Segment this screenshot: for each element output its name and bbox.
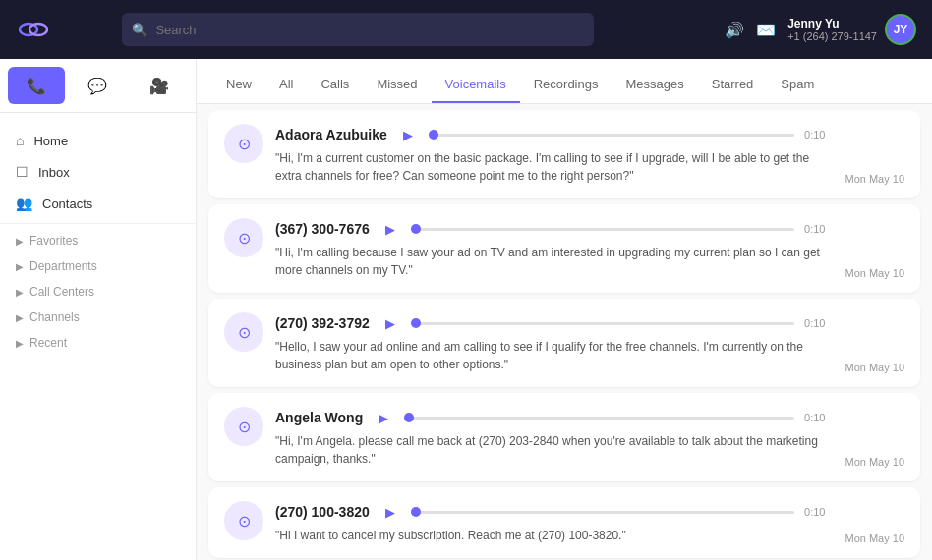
vm-name: Adaora Azubuike (275, 127, 387, 142)
sidebar-group-favorites-label: Favorites (29, 234, 78, 248)
vm-duration: 0:10 (804, 412, 825, 423)
speaker-icon[interactable]: 🔊 (725, 21, 744, 39)
search-icon: 🔍 (132, 23, 147, 37)
logo (16, 12, 51, 47)
sidebar-group-channels[interactable]: ▶ Channels (0, 305, 196, 330)
vm-playhead (411, 224, 421, 234)
tab-calls[interactable]: Calls (307, 67, 363, 103)
vm-progress (411, 322, 794, 325)
vm-playhead (429, 130, 438, 140)
vm-message: "Hi I want to cancel my subscription. Re… (275, 527, 825, 544)
chevron-favorites-icon: ▶ (16, 236, 24, 247)
list-item: ⊙ Angela Wong ▶ 0:10 "Hi, I'm Angela. pl… (208, 393, 920, 481)
sidebar-group-callcenters[interactable]: ▶ Call Centers (0, 279, 196, 305)
vm-message: "Hi, I'm a current customer on the basic… (275, 149, 825, 185)
voicemail-icon: ⊙ (238, 229, 251, 248)
play-button[interactable]: ▶ (397, 124, 419, 145)
inbox-icon: ☐ (16, 164, 29, 180)
list-item: ⊙ (270) 392-3792 ▶ 0:10 "Hello, I saw yo… (208, 299, 920, 387)
messages-icon[interactable]: ✉️ (756, 21, 776, 39)
vm-date: Mon May 10 (845, 267, 904, 279)
tab-messages[interactable]: Messages (612, 67, 697, 103)
list-item: ⊙ Adaora Azubuike ▶ 0:10 "Hi, I'm a curr… (208, 110, 920, 198)
sidebar-item-contacts[interactable]: 👥 Contacts (0, 188, 196, 219)
user-phone: +1 (264) 279-1147 (787, 30, 877, 42)
avatar: ⊙ (224, 312, 263, 352)
vm-body: (270) 392-3792 ▶ 0:10 "Hello, I saw your… (275, 312, 825, 373)
vm-body: (270) 100-3820 ▶ 0:10 "Hi I want to canc… (275, 501, 825, 544)
avatar: ⊙ (224, 407, 263, 446)
vm-name: (367) 300-7676 (275, 221, 370, 237)
vm-duration: 0:10 (804, 223, 825, 235)
vm-body: (367) 300-7676 ▶ 0:10 "Hi, I'm calling b… (275, 218, 825, 279)
sidebar-item-home[interactable]: ⌂ Home (0, 125, 196, 156)
vm-date: Mon May 10 (845, 173, 904, 185)
list-item: ⊙ (367) 300-7676 ▶ 0:10 "Hi, I'm calling (208, 204, 920, 293)
search-input[interactable] (122, 13, 594, 46)
vm-name: (270) 392-3792 (275, 315, 370, 331)
sidebar: 📞 💬 🎥 ⌂ Home ☐ Inbox 👥 Contacts ▶ Favori… (0, 59, 197, 560)
tab-voicemails[interactable]: Voicemails (432, 67, 520, 103)
tab-all[interactable]: All (265, 67, 307, 103)
tab-video[interactable]: 🎥 (131, 67, 188, 104)
tab-missed[interactable]: Missed (363, 67, 431, 103)
sidebar-group-favorites[interactable]: ▶ Favorites (0, 228, 196, 253)
vm-track[interactable] (411, 511, 794, 514)
user-info: Jenny Yu +1 (264) 279-1147 JY (787, 14, 916, 45)
vm-name: Angela Wong (275, 410, 363, 425)
tab-recordings[interactable]: Recordings (520, 67, 612, 103)
vm-body: Adaora Azubuike ▶ 0:10 "Hi, I'm a curren… (275, 124, 825, 185)
voicemail-list: ⊙ Adaora Azubuike ▶ 0:10 "Hi, I'm a curr… (197, 104, 932, 560)
vm-playhead (404, 413, 414, 422)
home-icon: ⌂ (16, 133, 24, 148)
avatar: ⊙ (224, 124, 263, 163)
topbar: 🔍 🔊 ✉️ Jenny Yu +1 (264) 279-1147 JY (0, 0, 932, 59)
chevron-channels-icon: ▶ (16, 312, 24, 323)
sidebar-group-recent-label: Recent (29, 336, 67, 350)
vm-body: Angela Wong ▶ 0:10 "Hi, I'm Angela. plea… (275, 407, 825, 468)
vm-message: "Hi, I'm Angela. please call me back at … (275, 432, 825, 468)
topbar-right: 🔊 ✉️ Jenny Yu +1 (264) 279-1147 JY (725, 14, 916, 45)
content: New All Calls Missed Voicemails Recordin… (197, 59, 932, 560)
sidebar-group-channels-label: Channels (29, 310, 80, 324)
vm-date: Mon May 10 (845, 532, 904, 544)
tab-starred[interactable]: Starred (698, 67, 768, 103)
tab-bar: New All Calls Missed Voicemails Recordin… (197, 59, 932, 104)
sidebar-item-inbox[interactable]: ☐ Inbox (0, 156, 196, 188)
sidebar-group-departments-label: Departments (29, 259, 97, 273)
sidebar-group-callcenters-label: Call Centers (29, 285, 94, 299)
main-layout: 📞 💬 🎥 ⌂ Home ☐ Inbox 👥 Contacts ▶ Favori… (0, 59, 932, 560)
vm-track[interactable] (429, 134, 794, 137)
sidebar-nav: ⌂ Home ☐ Inbox 👥 Contacts ▶ Favorites ▶ … (0, 113, 196, 367)
play-button[interactable]: ▶ (373, 407, 394, 428)
voicemail-icon: ⊙ (238, 135, 251, 153)
vm-message: "Hello, I saw your ad online and am call… (275, 338, 825, 373)
tab-spam[interactable]: Spam (767, 67, 828, 103)
vm-duration: 0:10 (804, 129, 825, 140)
play-button[interactable]: ▶ (379, 218, 401, 240)
sidebar-group-departments[interactable]: ▶ Departments (0, 253, 196, 279)
vm-header: (270) 100-3820 ▶ 0:10 (275, 501, 825, 523)
tab-phone[interactable]: 📞 (8, 67, 65, 104)
vm-progress (411, 511, 794, 514)
vm-progress (404, 417, 794, 420)
contacts-icon: 👥 (16, 196, 32, 211)
chevron-departments-icon: ▶ (16, 261, 24, 272)
avatar: ⊙ (224, 218, 263, 257)
vm-track[interactable] (411, 322, 794, 325)
sidebar-group-recent[interactable]: ▶ Recent (0, 330, 196, 356)
tab-new[interactable]: New (212, 67, 265, 103)
sidebar-item-contacts-label: Contacts (42, 196, 92, 211)
vm-track[interactable] (404, 417, 794, 420)
vm-track[interactable] (411, 228, 794, 231)
play-button[interactable]: ▶ (379, 501, 401, 523)
chevron-recent-icon: ▶ (16, 338, 24, 349)
chevron-callcenters-icon: ▶ (16, 287, 24, 298)
sidebar-divider (0, 223, 196, 224)
tab-chat[interactable]: 💬 (69, 67, 126, 104)
vm-progress (429, 134, 794, 137)
vm-date: Mon May 10 (845, 456, 904, 468)
avatar: JY (885, 14, 916, 45)
play-button[interactable]: ▶ (379, 312, 401, 334)
search-bar: 🔍 (122, 13, 594, 46)
